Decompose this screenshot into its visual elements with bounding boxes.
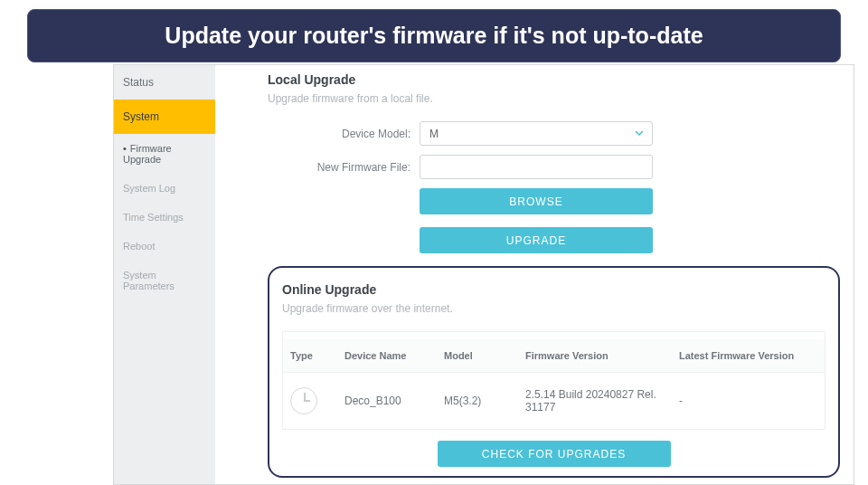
cell-device-name: Deco_B100 [337, 373, 437, 430]
online-upgrade-section: Online Upgrade Upgrade firmware over the… [268, 266, 840, 478]
col-model: Model [437, 339, 518, 373]
table-header-row: Type Device Name Model Firmware Version … [283, 339, 825, 373]
sidebar-sub-firmware-upgrade[interactable]: Firmware Upgrade [114, 134, 215, 174]
cell-latest: - [672, 373, 825, 430]
instruction-banner: Update your router's firmware if it's no… [27, 9, 841, 62]
new-firmware-label: New Firmware File: [268, 161, 420, 174]
sidebar-sub-system-parameters[interactable]: System Parameters [114, 261, 215, 300]
col-device-name: Device Name [337, 339, 437, 373]
online-upgrade-subtitle: Upgrade firmware over the internet. [282, 302, 826, 315]
sidebar-submenu: Firmware Upgrade System Log Time Setting… [114, 134, 215, 300]
check-for-upgrades-button[interactable]: CHECK FOR UPGRADES [438, 441, 671, 467]
sidebar-sub-system-log[interactable]: System Log [114, 174, 215, 203]
sidebar-item-system[interactable]: System [114, 100, 215, 134]
sidebar-sub-time-settings[interactable]: Time Settings [114, 203, 215, 232]
online-upgrade-title: Online Upgrade [282, 282, 826, 297]
device-model-label: Device Model: [268, 128, 420, 140]
browse-button[interactable]: BROWSE [420, 188, 653, 214]
device-model-row: Device Model: [268, 121, 840, 146]
device-model-input[interactable] [420, 121, 653, 146]
upgrade-table: Type Device Name Model Firmware Version … [283, 339, 825, 429]
sidebar-item-status[interactable]: Status [114, 65, 215, 100]
upgrade-button[interactable]: UPGRADE [420, 227, 653, 253]
device-model-select[interactable] [420, 121, 653, 146]
col-type: Type [283, 339, 337, 373]
local-upgrade-subtitle: Upgrade firmware from a local file. [268, 92, 840, 105]
cell-type [283, 373, 337, 430]
main-content: Local Upgrade Upgrade firmware from a lo… [268, 69, 840, 484]
clock-icon [290, 387, 317, 414]
cell-model: M5(3.2) [437, 373, 518, 430]
new-firmware-input[interactable] [420, 155, 653, 179]
upgrade-table-wrap: Type Device Name Model Firmware Version … [282, 331, 826, 430]
local-upgrade-title: Local Upgrade [268, 72, 840, 87]
table-row: Deco_B100 M5(3.2) 2.5.14 Build 20240827 … [283, 373, 825, 430]
new-firmware-row: New Firmware File: [268, 155, 840, 179]
cell-firmware: 2.5.14 Build 20240827 Rel. 31177 [518, 373, 672, 430]
app-frame: Status System Firmware Upgrade System Lo… [113, 64, 854, 485]
sidebar: Status System Firmware Upgrade System Lo… [114, 65, 215, 484]
col-latest: Latest Firmware Version [672, 339, 825, 373]
sidebar-sub-reboot[interactable]: Reboot [114, 232, 215, 261]
col-firmware: Firmware Version [518, 339, 672, 373]
